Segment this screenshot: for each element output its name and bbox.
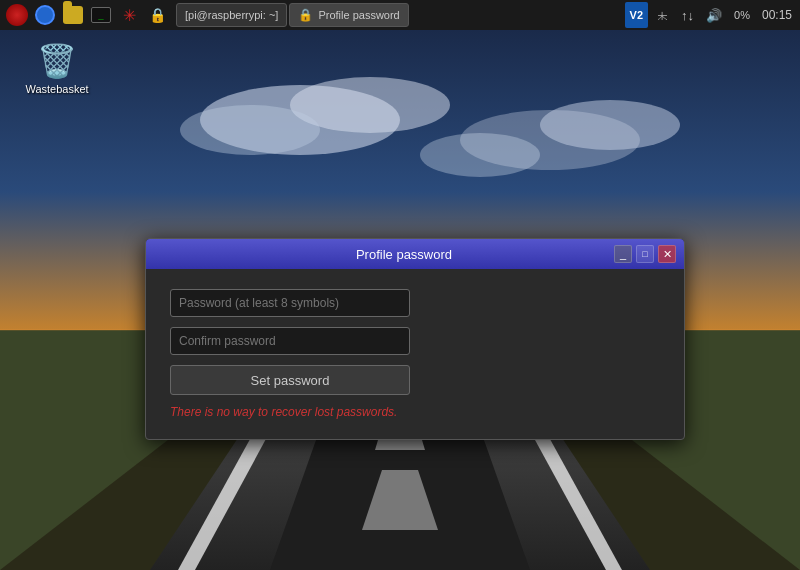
volume-icon[interactable]: 🔊 [702,2,726,28]
profile-password-dialog: Profile password _ □ ✕ Set password Ther… [145,238,685,440]
password-btn-label: Profile password [318,9,399,21]
close-button[interactable]: ✕ [658,245,676,263]
security-icon[interactable]: 🔒 [144,2,170,28]
svg-point-3 [180,105,320,155]
terminal-window-btn[interactable]: [pi@raspberrypi: ~] [176,3,287,27]
warning-text: There is no way to recover lost password… [170,405,660,419]
wastebasket-icon[interactable]: 🗑️ Wastebasket [22,38,92,99]
dialog-content: Set password There is no way to recover … [146,269,684,439]
bluetooth-icon[interactable]: ⯸ [652,2,673,28]
clock: 00:15 [758,2,796,28]
dialog-controls: _ □ ✕ [614,245,676,263]
taskbar-left: _ ✳ 🔒 [pi@raspberrypi: ~] 🔒 Profile pass… [4,2,409,28]
network-icon[interactable]: ↑↓ [677,2,698,28]
terminal-btn-label: [pi@raspberrypi: ~] [185,9,278,21]
pi-menu-icon[interactable] [4,2,30,28]
dialog-title: Profile password [194,247,614,262]
battery-indicator[interactable]: 0% [730,2,754,28]
svg-point-5 [540,100,680,150]
system-tray: V2 ⯸ ↑↓ 🔊 0% 00:15 [625,2,796,28]
v2-indicator[interactable]: V2 [625,2,648,28]
set-password-button[interactable]: Set password [170,365,410,395]
dialog-titlebar[interactable]: Profile password _ □ ✕ [146,239,684,269]
terminal-icon[interactable]: _ [88,2,114,28]
minimize-button[interactable]: _ [614,245,632,263]
desktop: _ ✳ 🔒 [pi@raspberrypi: ~] 🔒 Profile pass… [0,0,800,570]
asterisk-icon[interactable]: ✳ [116,2,142,28]
taskbar: _ ✳ 🔒 [pi@raspberrypi: ~] 🔒 Profile pass… [0,0,800,30]
password-input[interactable] [170,289,410,317]
browser-icon[interactable] [32,2,58,28]
wastebasket-label: Wastebasket [25,83,88,95]
taskbar-window-buttons: [pi@raspberrypi: ~] 🔒 Profile password [176,3,409,27]
password-window-btn[interactable]: 🔒 Profile password [289,3,408,27]
maximize-button[interactable]: □ [636,245,654,263]
svg-point-6 [420,133,540,177]
confirm-password-input[interactable] [170,327,410,355]
wastebasket-image: 🗑️ [37,42,77,80]
files-icon[interactable] [60,2,86,28]
